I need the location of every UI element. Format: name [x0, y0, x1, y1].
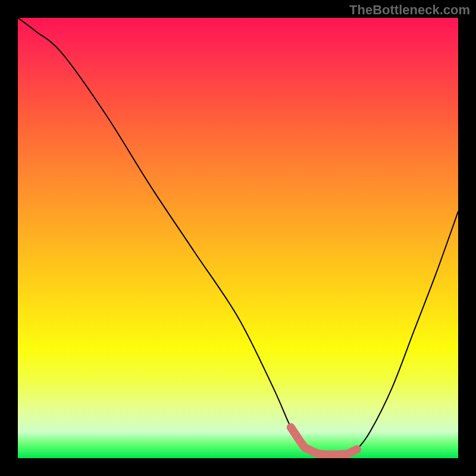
bottleneck-curve-path	[18, 18, 458, 455]
highlight-segment-path	[291, 427, 357, 455]
chart-container: TheBottleneck.com	[0, 0, 476, 476]
watermark-text: TheBottleneck.com	[349, 2, 470, 18]
plot-area	[18, 18, 458, 458]
curve-overlay	[18, 18, 458, 458]
